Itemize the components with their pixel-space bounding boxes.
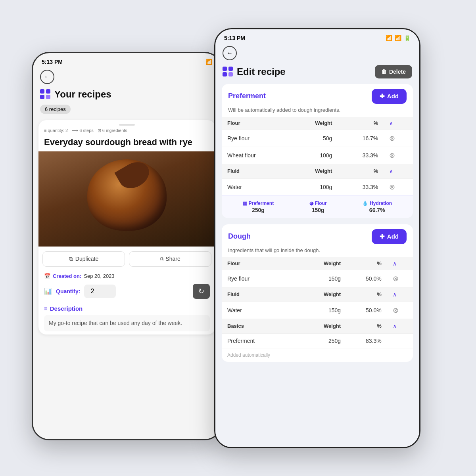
- chevron-basics-dough[interactable]: ∧: [393, 323, 397, 329]
- logo-f-sq1: [223, 67, 227, 71]
- col-weight-fluid-dough: Weight: [303, 287, 346, 302]
- quantity-icon: 📊: [44, 287, 52, 295]
- col-weight-fluid-pref: Weight: [290, 164, 338, 178]
- recipe-card: ≡ quantity: 2 ⟶ 6 steps ⊡ 6 ingredients …: [38, 120, 215, 335]
- dough-desc: Ingredients that will go inside the doug…: [222, 247, 413, 257]
- col-fluid-pref: Fluid: [222, 164, 290, 178]
- ing-percent: 33.3%: [338, 178, 384, 195]
- back-button-front[interactable]: ←: [223, 46, 237, 60]
- chevron-flour-pref[interactable]: ∧: [389, 120, 393, 126]
- table-row: Water 150g 50.0% ⊗: [222, 302, 413, 319]
- dough-table: Flour Weight % ∧ Rye flour 150g 50.0: [222, 257, 413, 362]
- table-row: Preferment 250g 83.3%: [222, 333, 413, 348]
- status-time-back: 5:13 PM: [42, 59, 63, 65]
- quantity-row: 📊 Quantity: ↻: [38, 281, 215, 302]
- ing-name: Added automatically: [222, 348, 303, 362]
- refresh-button[interactable]: ↻: [193, 284, 210, 299]
- recipe-title: Everyday sourdough bread with rye: [38, 136, 215, 151]
- summary-flour-text: Flour: [315, 201, 327, 206]
- card-top-bar: [119, 124, 135, 126]
- wifi-icon-back: 📶: [205, 59, 212, 65]
- chevron-fluid-dough[interactable]: ∧: [393, 291, 397, 298]
- duplicate-label: Duplicate: [75, 256, 98, 262]
- summary-hydration-val: 66.7%: [369, 207, 385, 213]
- col-weight-dough: Weight: [303, 257, 346, 270]
- share-button[interactable]: ⎙ Share: [129, 251, 211, 267]
- remove-button[interactable]: ⊗: [393, 274, 399, 283]
- dough-add-button[interactable]: ✚ Add: [372, 229, 407, 244]
- summary-hydration-label: 💧 Hydration: [362, 201, 392, 206]
- ing-weight: 100g: [290, 147, 338, 164]
- ing-percent: 83.3%: [346, 333, 387, 348]
- preferment-summary: ▦ Preferment 250g ◕ Flour 150g: [222, 195, 413, 218]
- description-section: ≡ Description My go-to recipe that can b…: [38, 302, 215, 335]
- duplicate-button[interactable]: ⧉ Duplicate: [42, 251, 125, 267]
- card-meta-row: ≡ quantity: 2 ⟶ 6 steps ⊡ 6 ingredients: [38, 128, 215, 136]
- delete-label: Delete: [389, 69, 406, 75]
- summary-flour-label: ◕ Flour: [309, 201, 327, 206]
- summary-pref-text: Preferment: [249, 201, 274, 206]
- logo-sq4: [46, 95, 50, 99]
- dough-basics-header-row: Basics Weight % ∧: [222, 319, 413, 333]
- ing-name: Water: [222, 178, 290, 195]
- ing-name: Wheat flour: [222, 147, 290, 164]
- col-percent-dough: %: [346, 257, 387, 270]
- meta-steps: ⟶ 6 steps: [72, 128, 94, 133]
- flour-icon: ◕: [309, 201, 313, 206]
- chevron-flour-dough[interactable]: ∧: [393, 260, 397, 267]
- dough-title: Dough: [228, 232, 251, 241]
- col-percent-basics-dough: %: [346, 319, 387, 333]
- ing-percent: 33.3%: [338, 147, 384, 164]
- col-basics-dough: Basics: [222, 319, 303, 333]
- remove-button[interactable]: ⊗: [389, 134, 395, 143]
- remove-button[interactable]: ⊗: [393, 306, 399, 315]
- ing-percent: 50.0%: [346, 270, 387, 287]
- dough-header: Dough ✚ Add: [222, 224, 413, 247]
- preferment-fluid-header-row: Fluid Weight % ∧: [222, 164, 413, 178]
- share-icon: ⎙: [160, 256, 163, 262]
- ing-name: Rye flour: [222, 270, 303, 287]
- app-logo-back: [40, 89, 50, 99]
- preferment-flour-header-row: Flour Weight % ∧: [222, 117, 413, 130]
- logo-sq1: [40, 89, 44, 94]
- logo-f-sq4: [228, 72, 233, 76]
- created-label: Created on:: [53, 273, 81, 279]
- preferment-icon: ▦: [243, 201, 247, 206]
- quantity-label: Quantity:: [56, 288, 80, 294]
- battery-icon-front: 🔋: [404, 35, 411, 41]
- remove-button[interactable]: ⊗: [389, 151, 395, 160]
- remove-button[interactable]: ⊗: [389, 183, 395, 191]
- dough-flour-header-row: Flour Weight % ∧: [222, 257, 413, 270]
- description-icon: ≡: [44, 305, 48, 312]
- description-text: My go-to recipe that can be used any day…: [44, 315, 210, 331]
- summary-pref-val: 250g: [252, 207, 265, 213]
- dough-fluid-header-row: Fluid Weight % ∧: [222, 287, 413, 302]
- signal-icon-front: 📶: [395, 35, 401, 41]
- logo-f-sq2: [228, 67, 233, 71]
- delete-button[interactable]: 🗑 Delete: [375, 65, 412, 78]
- edit-recipe-phone: 5:13 PM 📶 📶 🔋 ← Edit recipe 🗑 Delete: [214, 28, 420, 448]
- ing-name: Water: [222, 302, 303, 319]
- preferment-add-button[interactable]: ✚ Add: [372, 89, 407, 104]
- plus-icon-preferment: ✚: [380, 93, 385, 100]
- ing-percent: 50.0%: [346, 302, 387, 319]
- ing-percent: 16.7%: [338, 130, 384, 147]
- status-time-front: 5:13 PM: [224, 35, 245, 41]
- edit-content: Preferment ✚ Add Will be automatically a…: [215, 84, 419, 448]
- ing-weight: 250g: [303, 333, 346, 348]
- trash-icon: 🗑: [381, 69, 387, 75]
- ing-weight: 100g: [290, 178, 338, 195]
- summary-preferment: ▦ Preferment 250g: [243, 201, 274, 213]
- table-row: Rye flour 150g 50.0% ⊗: [222, 270, 413, 287]
- description-label-row: ≡ Description: [44, 305, 210, 312]
- col-fluid-dough: Fluid: [222, 287, 303, 302]
- ing-weight: 150g: [303, 270, 346, 287]
- back-button-back[interactable]: ←: [40, 70, 54, 84]
- duplicate-icon: ⧉: [69, 256, 73, 262]
- summary-hydration: 💧 Hydration 66.7%: [362, 201, 392, 213]
- preferment-desc: Will be automatically added to dough ing…: [222, 107, 413, 117]
- logo-sq2: [46, 89, 50, 94]
- quantity-input[interactable]: [84, 285, 116, 298]
- col-percent-pref: %: [338, 117, 384, 130]
- chevron-fluid-pref[interactable]: ∧: [389, 168, 393, 174]
